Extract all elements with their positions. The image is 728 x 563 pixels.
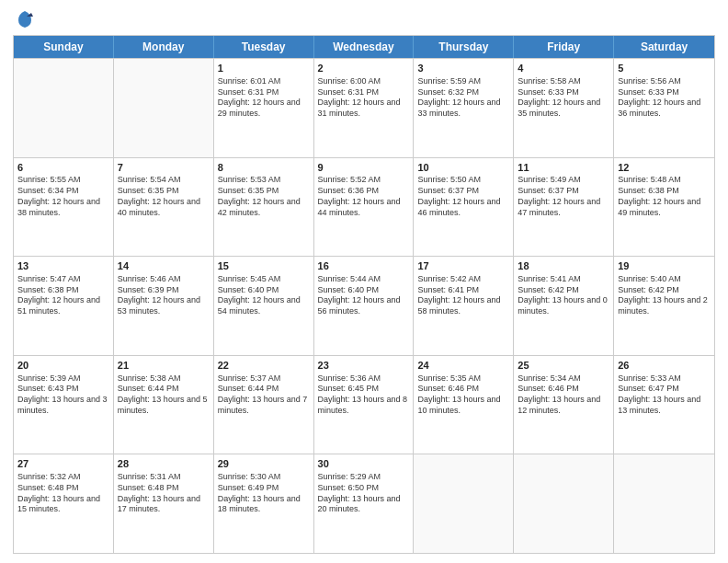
day-number: 30 [318,457,410,471]
calendar-day-header: Wednesday [314,36,415,58]
day-number: 16 [318,259,410,273]
calendar-cell: 5Sunrise: 5:56 AM Sunset: 6:33 PM Daylig… [614,59,714,157]
calendar-cell: 26Sunrise: 5:33 AM Sunset: 6:47 PM Dayli… [614,356,714,454]
cell-info: Sunrise: 5:36 AM Sunset: 6:45 PM Dayligh… [318,373,410,417]
cell-info: Sunrise: 5:38 AM Sunset: 6:44 PM Dayligh… [118,373,210,417]
day-number: 28 [118,457,210,471]
calendar-cell: 4Sunrise: 5:58 AM Sunset: 6:33 PM Daylig… [514,59,614,157]
calendar-cell: 22Sunrise: 5:37 AM Sunset: 6:44 PM Dayli… [214,356,314,454]
calendar-cell: 9Sunrise: 5:52 AM Sunset: 6:36 PM Daylig… [314,158,415,257]
calendar-cell [14,59,114,157]
day-number: 22 [218,359,310,373]
day-number: 18 [518,259,609,273]
calendar-row: 6Sunrise: 5:55 AM Sunset: 6:34 PM Daylig… [14,157,714,257]
cell-info: Sunrise: 5:48 AM Sunset: 6:38 PM Dayligh… [618,175,711,218]
day-number: 2 [318,62,410,75]
cell-info: Sunrise: 5:40 AM Sunset: 6:42 PM Dayligh… [618,274,711,317]
calendar-cell: 25Sunrise: 5:34 AM Sunset: 6:46 PM Dayli… [514,356,614,454]
calendar-cell: 23Sunrise: 5:36 AM Sunset: 6:45 PM Dayli… [314,356,415,454]
day-number: 14 [118,259,210,273]
calendar-day-header: Monday [114,36,214,58]
cell-info: Sunrise: 5:29 AM Sunset: 6:50 PM Dayligh… [318,472,410,515]
day-number: 20 [17,359,109,373]
cell-info: Sunrise: 5:33 AM Sunset: 6:47 PM Dayligh… [618,373,711,417]
calendar-cell: 12Sunrise: 5:48 AM Sunset: 6:38 PM Dayli… [614,158,714,257]
cell-info: Sunrise: 5:53 AM Sunset: 6:35 PM Dayligh… [218,175,310,218]
day-number: 9 [318,161,410,175]
cell-info: Sunrise: 5:44 AM Sunset: 6:40 PM Dayligh… [318,274,410,317]
logo [13,9,35,29]
calendar-cell: 29Sunrise: 5:30 AM Sunset: 6:49 PM Dayli… [214,454,314,553]
calendar-day-header: Tuesday [214,36,314,58]
cell-info: Sunrise: 5:47 AM Sunset: 6:38 PM Dayligh… [17,274,109,317]
day-number: 23 [318,359,410,373]
calendar-cell [114,59,214,157]
calendar-cell: 8Sunrise: 5:53 AM Sunset: 6:35 PM Daylig… [214,158,314,257]
day-number: 1 [218,62,310,75]
calendar-cell [614,454,714,553]
day-number: 21 [118,359,210,373]
cell-info: Sunrise: 5:49 AM Sunset: 6:37 PM Dayligh… [518,175,609,218]
day-number: 29 [218,457,310,471]
calendar-row: 20Sunrise: 5:39 AM Sunset: 6:43 PM Dayli… [14,355,714,454]
day-number: 17 [417,259,509,273]
day-number: 13 [17,259,109,273]
calendar-cell: 6Sunrise: 5:55 AM Sunset: 6:34 PM Daylig… [14,158,114,257]
cell-info: Sunrise: 5:58 AM Sunset: 6:33 PM Dayligh… [518,76,609,120]
day-number: 11 [518,161,609,175]
calendar-row: 1Sunrise: 6:01 AM Sunset: 6:31 PM Daylig… [14,58,714,157]
calendar-cell: 30Sunrise: 5:29 AM Sunset: 6:50 PM Dayli… [314,454,415,553]
calendar-cell: 24Sunrise: 5:35 AM Sunset: 6:46 PM Dayli… [414,356,514,454]
cell-info: Sunrise: 5:39 AM Sunset: 6:43 PM Dayligh… [17,373,109,417]
calendar-cell: 1Sunrise: 6:01 AM Sunset: 6:31 PM Daylig… [214,59,314,157]
day-number: 7 [118,161,210,175]
day-number: 3 [417,62,509,75]
calendar-day-header: Saturday [614,36,714,58]
calendar-cell: 17Sunrise: 5:42 AM Sunset: 6:41 PM Dayli… [414,257,514,355]
calendar-day-header: Friday [514,36,614,58]
day-number: 4 [518,62,609,75]
header [13,9,715,29]
day-number: 19 [618,259,711,273]
day-number: 12 [618,161,711,175]
day-number: 24 [417,359,509,373]
cell-info: Sunrise: 5:41 AM Sunset: 6:42 PM Dayligh… [518,274,609,317]
day-number: 8 [218,161,310,175]
logo-icon [15,9,35,29]
cell-info: Sunrise: 5:37 AM Sunset: 6:44 PM Dayligh… [218,373,310,417]
calendar-cell: 16Sunrise: 5:44 AM Sunset: 6:40 PM Dayli… [314,257,415,355]
calendar-cell: 28Sunrise: 5:31 AM Sunset: 6:48 PM Dayli… [114,454,214,553]
cell-info: Sunrise: 5:30 AM Sunset: 6:49 PM Dayligh… [218,472,310,515]
day-number: 5 [618,62,711,75]
calendar-cell: 7Sunrise: 5:54 AM Sunset: 6:35 PM Daylig… [114,158,214,257]
calendar-cell: 10Sunrise: 5:50 AM Sunset: 6:37 PM Dayli… [414,158,514,257]
day-number: 6 [17,161,109,175]
calendar-body: 1Sunrise: 6:01 AM Sunset: 6:31 PM Daylig… [14,58,714,553]
calendar-day-header: Sunday [14,36,114,58]
calendar-row: 27Sunrise: 5:32 AM Sunset: 6:48 PM Dayli… [14,454,714,553]
calendar-day-header: Thursday [414,36,514,58]
day-number: 25 [518,359,609,373]
cell-info: Sunrise: 5:45 AM Sunset: 6:40 PM Dayligh… [218,274,310,317]
calendar-cell: 15Sunrise: 5:45 AM Sunset: 6:40 PM Dayli… [214,257,314,355]
day-number: 10 [417,161,509,175]
cell-info: Sunrise: 5:50 AM Sunset: 6:37 PM Dayligh… [417,175,509,218]
calendar-cell: 21Sunrise: 5:38 AM Sunset: 6:44 PM Dayli… [114,356,214,454]
day-number: 27 [17,457,109,471]
calendar-cell: 3Sunrise: 5:59 AM Sunset: 6:32 PM Daylig… [414,59,514,157]
cell-info: Sunrise: 5:52 AM Sunset: 6:36 PM Dayligh… [318,175,410,218]
day-number: 15 [218,259,310,273]
calendar-cell: 27Sunrise: 5:32 AM Sunset: 6:48 PM Dayli… [14,454,114,553]
calendar-cell: 19Sunrise: 5:40 AM Sunset: 6:42 PM Dayli… [614,257,714,355]
cell-info: Sunrise: 5:35 AM Sunset: 6:46 PM Dayligh… [417,373,509,417]
calendar-cell: 2Sunrise: 6:00 AM Sunset: 6:31 PM Daylig… [314,59,415,157]
cell-info: Sunrise: 5:42 AM Sunset: 6:41 PM Dayligh… [417,274,509,317]
cell-info: Sunrise: 5:54 AM Sunset: 6:35 PM Dayligh… [118,175,210,218]
cell-info: Sunrise: 6:00 AM Sunset: 6:31 PM Dayligh… [318,76,410,120]
cell-info: Sunrise: 5:59 AM Sunset: 6:32 PM Dayligh… [417,76,509,120]
page: SundayMondayTuesdayWednesdayThursdayFrid… [0,0,728,563]
cell-info: Sunrise: 5:31 AM Sunset: 6:48 PM Dayligh… [118,472,210,515]
calendar-cell: 14Sunrise: 5:46 AM Sunset: 6:39 PM Dayli… [114,257,214,355]
cell-info: Sunrise: 5:55 AM Sunset: 6:34 PM Dayligh… [17,175,109,218]
cell-info: Sunrise: 6:01 AM Sunset: 6:31 PM Dayligh… [218,76,310,120]
